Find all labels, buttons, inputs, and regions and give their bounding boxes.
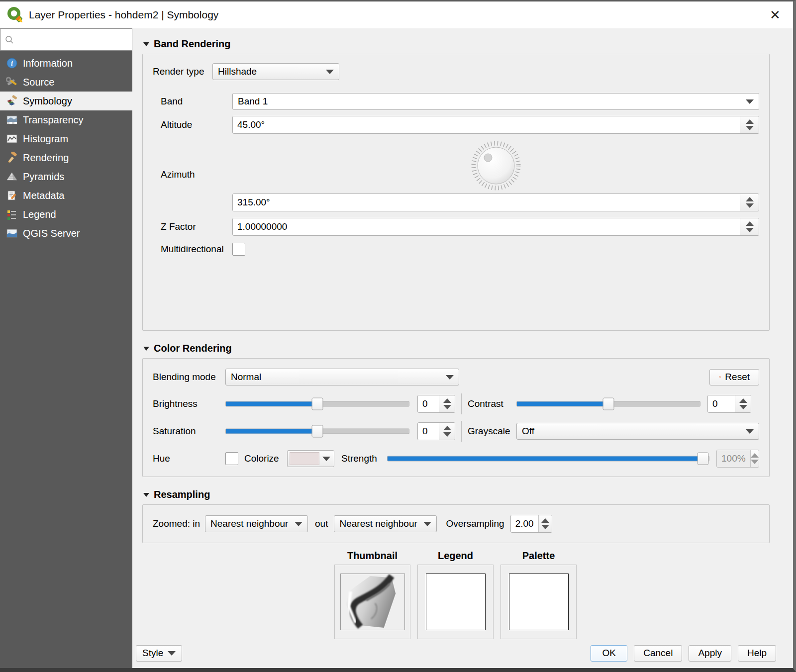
collapse-arrow-icon xyxy=(143,42,149,46)
band-select[interactable]: Band 1 xyxy=(232,93,759,110)
qgis-server-icon xyxy=(6,227,18,239)
altitude-label: Altitude xyxy=(153,119,232,130)
sidebar-item-label: Metadata xyxy=(23,190,64,201)
spin-down-icon[interactable] xyxy=(739,405,747,409)
band-label: Band xyxy=(153,96,232,107)
sidebar-item-transparency[interactable]: Transparency xyxy=(0,110,132,129)
band-rendering-header[interactable]: Band Rendering xyxy=(143,38,770,50)
resampling-header[interactable]: Resampling xyxy=(143,489,770,500)
sidebar-item-rendering[interactable]: Rendering xyxy=(0,148,132,167)
sidebar-item-qgis-server[interactable]: QGIS Server xyxy=(0,224,132,243)
spin-down-icon[interactable] xyxy=(541,525,549,529)
style-menu-button[interactable]: Style xyxy=(136,645,182,662)
sidebar-item-label: Legend xyxy=(23,209,56,220)
spin-down-icon[interactable] xyxy=(443,432,451,437)
title-bar: Layer Properties - hohdem2 | Symbology ✕ xyxy=(0,1,793,28)
colorize-checkbox[interactable] xyxy=(225,452,238,465)
spin-down-icon[interactable] xyxy=(443,405,451,409)
spin-up-icon[interactable] xyxy=(746,221,754,226)
multidirectional-label: Multidirectional xyxy=(153,244,232,255)
section-title: Color Rendering xyxy=(154,343,232,354)
sidebar-item-metadata[interactable]: Metadata xyxy=(0,186,132,205)
chevron-down-icon xyxy=(423,522,431,526)
spin-down-icon[interactable] xyxy=(746,126,754,130)
brightness-label: Brightness xyxy=(153,398,225,409)
sidebar-item-symbology[interactable]: Symbology xyxy=(0,92,132,110)
contrast-slider[interactable] xyxy=(516,397,700,410)
saturation-slider[interactable] xyxy=(225,425,409,438)
spin-buttons xyxy=(538,515,552,532)
colorize-label: Colorize xyxy=(244,453,287,464)
sidebar: i Information Source xyxy=(0,28,132,668)
spin-up-icon[interactable] xyxy=(541,518,549,523)
brightness-spinbox[interactable]: 0 xyxy=(417,395,455,413)
spin-buttons xyxy=(750,450,759,467)
reset-button[interactable]: Reset xyxy=(709,369,759,385)
spin-up-icon[interactable] xyxy=(746,197,754,201)
zoomed-in-select[interactable]: Nearest neighbour xyxy=(205,515,308,532)
spin-up-icon xyxy=(751,453,759,458)
spin-up-icon[interactable] xyxy=(443,426,451,430)
z-factor-spinbox[interactable]: 1.00000000 xyxy=(232,218,759,236)
legend-label: Legend xyxy=(417,550,494,562)
altitude-spinbox[interactable]: 45.00° xyxy=(232,116,759,134)
dialog-footer: Style OK Cancel Apply Help xyxy=(132,638,793,668)
sidebar-item-histogram[interactable]: Histogram xyxy=(0,129,132,148)
histogram-icon xyxy=(6,133,18,145)
close-icon[interactable]: ✕ xyxy=(764,7,786,23)
source-icon xyxy=(6,76,18,88)
sidebar-item-label: Rendering xyxy=(23,152,69,164)
spin-buttons xyxy=(740,194,759,211)
spin-up-icon[interactable] xyxy=(739,398,747,403)
brightness-slider[interactable] xyxy=(225,397,409,410)
sidebar-item-legend[interactable]: Legend xyxy=(0,205,132,224)
band-rendering-group: Render type Hillshade Band Band 1 Altitu… xyxy=(142,54,770,331)
help-button[interactable]: Help xyxy=(738,645,776,662)
azimuth-spinbox[interactable]: 315.00° xyxy=(232,193,759,211)
azimuth-label: Azimuth xyxy=(153,169,232,180)
zoomed-out-select[interactable]: Nearest neighbour xyxy=(334,515,437,532)
divider xyxy=(461,393,462,414)
oversampling-spinbox[interactable]: 2.00 xyxy=(510,515,552,533)
colorize-color-button[interactable] xyxy=(287,450,334,467)
symbology-panel: Band Rendering Render type Hillshade Ban… xyxy=(132,28,794,668)
strength-slider[interactable] xyxy=(387,452,709,465)
palette-frame xyxy=(500,565,577,639)
ok-button[interactable]: OK xyxy=(591,645,627,662)
saturation-spinbox[interactable]: 0 xyxy=(417,422,455,440)
legend-frame xyxy=(417,565,494,639)
spin-down-icon[interactable] xyxy=(746,228,754,232)
z-factor-label: Z Factor xyxy=(153,221,232,232)
legend-preview xyxy=(426,574,486,630)
chevron-down-icon xyxy=(746,99,754,104)
spin-up-icon[interactable] xyxy=(443,398,451,403)
blending-mode-label: Blending mode xyxy=(153,372,225,383)
spin-down-icon[interactable] xyxy=(746,203,754,208)
sidebar-item-pyramids[interactable]: Pyramids xyxy=(0,167,132,186)
search-icon xyxy=(4,35,14,45)
sidebar-search-input[interactable] xyxy=(0,28,132,51)
section-title: Resampling xyxy=(154,489,210,500)
blending-mode-select[interactable]: Normal xyxy=(225,369,459,385)
palette-label: Palette xyxy=(500,550,577,562)
chevron-down-icon xyxy=(322,457,330,461)
contrast-spinbox[interactable]: 0 xyxy=(707,395,751,413)
cancel-button[interactable]: Cancel xyxy=(634,645,682,662)
spin-up-icon[interactable] xyxy=(746,119,754,124)
sidebar-nav: i Information Source xyxy=(0,51,132,668)
multidirectional-checkbox[interactable] xyxy=(232,243,245,256)
rendering-icon xyxy=(6,152,18,164)
apply-button[interactable]: Apply xyxy=(689,645,731,662)
spin-buttons xyxy=(439,423,455,440)
chevron-down-icon xyxy=(168,651,176,656)
sidebar-item-information[interactable]: i Information xyxy=(0,54,132,73)
color-rendering-header[interactable]: Color Rendering xyxy=(143,343,770,354)
chevron-down-icon xyxy=(746,429,754,434)
render-type-select[interactable]: Hillshade xyxy=(212,63,339,80)
azimuth-dial[interactable] xyxy=(471,141,521,191)
dial-indicator-dot xyxy=(484,154,492,162)
svg-text:i: i xyxy=(11,60,13,67)
sidebar-item-source[interactable]: Source xyxy=(0,73,132,92)
sidebar-item-label: Source xyxy=(23,77,54,88)
grayscale-select[interactable]: Off xyxy=(516,423,759,440)
